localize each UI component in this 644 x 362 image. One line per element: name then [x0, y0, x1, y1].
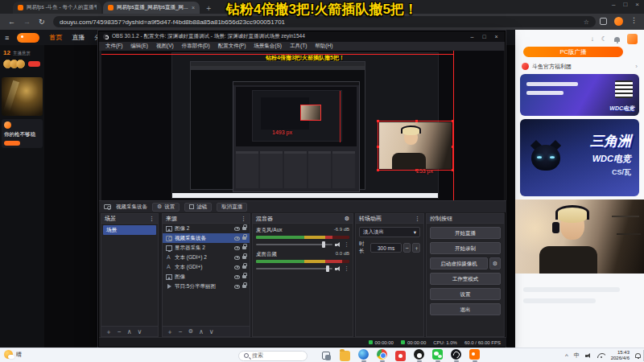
lock-icon[interactable] — [242, 237, 246, 240]
source-row[interactable]: 文本 (GDI+) 2 — [163, 253, 250, 262]
menu-view[interactable]: 视图(V) — [152, 43, 178, 50]
down-icon[interactable]: ∨ — [209, 328, 214, 335]
bookmark-star-icon[interactable]: ☆ — [584, 19, 589, 26]
window-close-icon[interactable]: × — [635, 1, 639, 8]
app-button-red[interactable] — [391, 348, 410, 362]
promo-card-art[interactable] — [2, 77, 43, 116]
plus-icon[interactable]: ＋ — [167, 327, 173, 336]
minus-icon[interactable]: − — [118, 328, 122, 335]
lock-icon[interactable] — [242, 275, 246, 278]
minus-icon[interactable]: − — [179, 328, 183, 335]
chrome-button[interactable] — [373, 348, 391, 362]
forward-icon[interactable]: → — [23, 18, 31, 26]
brand-panel-small[interactable]: WDC电竞 — [520, 74, 639, 116]
transition-select[interactable]: 淡入淡出 ▾ — [359, 227, 420, 237]
notification-bell-icon[interactable] — [635, 353, 641, 358]
duration-value[interactable]: 300 ms — [370, 243, 401, 253]
speaker-icon[interactable] — [335, 266, 341, 272]
window-minimize-icon[interactable]: – — [612, 1, 615, 8]
ime-indicator[interactable]: 中 — [574, 352, 580, 360]
webcam-video-window[interactable] — [515, 200, 644, 274]
down-icon[interactable]: ∨ — [138, 328, 142, 335]
channel-menu-icon[interactable]: ⋮ — [344, 241, 349, 248]
panel-menu-icon[interactable]: ⋮ — [149, 214, 155, 223]
mic-volume-slider[interactable] — [256, 244, 332, 245]
settings-button[interactable]: ⚙ 设置 — [152, 203, 180, 212]
window-maximize-icon[interactable]: □ — [623, 1, 627, 8]
eye-icon[interactable] — [234, 246, 240, 250]
browser-tab-active[interactable]: 网易fps直播_网易fps直播_网... × — [103, 2, 200, 14]
eye-icon[interactable] — [234, 275, 240, 279]
volume-icon[interactable] — [585, 353, 592, 359]
slider-knob[interactable] — [322, 241, 325, 248]
lock-icon[interactable] — [242, 265, 246, 269]
panel-menu-icon[interactable]: ⋮ — [241, 214, 246, 223]
studio-mode-button[interactable]: 工作室模式 — [430, 273, 501, 285]
menu-scene-collection[interactable]: 场景集合(S) — [250, 43, 286, 50]
tray-expand-icon[interactable]: ^ — [565, 352, 568, 360]
task-view-button[interactable] — [317, 348, 336, 362]
extensions-icon[interactable] — [600, 18, 607, 25]
new-tab-button[interactable]: ＋ — [204, 2, 213, 14]
minimize-icon[interactable]: – — [468, 34, 477, 39]
menu-profile[interactable]: 配置文件(P) — [214, 43, 250, 50]
channel-menu-icon[interactable]: ⋮ — [344, 265, 349, 272]
moon-icon[interactable]: ☾ — [601, 35, 607, 43]
nav-live[interactable]: 直播 — [72, 33, 85, 42]
close-icon[interactable]: × — [492, 34, 501, 39]
download-icon[interactable]: ↓ — [591, 35, 594, 43]
qq-button[interactable] — [410, 348, 428, 362]
bell-icon[interactable] — [614, 37, 620, 42]
gear-icon[interactable]: ⚙ — [345, 214, 349, 223]
file-explorer-button[interactable] — [336, 348, 354, 362]
taskbar-search[interactable]: 搜索 — [238, 351, 308, 361]
eye-icon[interactable] — [234, 256, 240, 260]
welfare-row[interactable]: 斗鱼官方福利团 › — [522, 61, 638, 72]
eye-icon[interactable] — [234, 237, 240, 241]
lock-icon[interactable] — [242, 285, 246, 288]
stream-card[interactable]: 你的枪不够稳 — [2, 119, 43, 148]
source-row[interactable]: 显示器采集 2 — [163, 243, 250, 253]
menu-file[interactable]: 文件(F) — [101, 43, 126, 50]
exit-button[interactable]: 退出 — [430, 303, 501, 315]
speaker-icon[interactable] — [335, 242, 341, 248]
duration-minus-button[interactable]: − — [403, 243, 411, 253]
douyu-logo[interactable] — [17, 33, 39, 43]
virtual-camera-gear-icon[interactable]: ⚙ — [489, 257, 501, 269]
browser-tab[interactable]: 网易fps -斗鱼 - 每个人的直播平台 — [13, 2, 101, 14]
up-icon[interactable]: ∧ — [127, 328, 132, 335]
pc-client-button[interactable]: PC版广播 — [523, 47, 623, 57]
panel-menu-icon[interactable]: ⋮ — [415, 214, 420, 223]
douyu-button[interactable] — [465, 348, 484, 362]
source-row-selected[interactable]: 视频采集设备 — [163, 233, 250, 243]
lock-icon[interactable] — [242, 246, 246, 249]
settings-button[interactable]: 设置 — [430, 288, 501, 300]
gear-icon[interactable]: ⚙ — [188, 328, 193, 335]
menu-edit[interactable]: 编辑(E) — [126, 43, 152, 50]
scene-item[interactable]: 场景 — [103, 225, 156, 235]
drag-handle[interactable] — [377, 169, 379, 171]
hamburger-icon[interactable]: ≡ — [5, 34, 9, 42]
menu-docks[interactable]: 停靠部件(D) — [178, 43, 214, 50]
source-row[interactable]: 图像 — [163, 272, 250, 282]
clock[interactable]: 15:43 2026/4/6 — [611, 350, 630, 361]
eye-icon[interactable] — [234, 265, 240, 269]
weather-widget[interactable]: 晴 — [4, 350, 22, 359]
plus-icon[interactable]: ＋ — [105, 327, 112, 336]
menu-help[interactable]: 帮助(H) — [311, 43, 336, 50]
nav-home[interactable]: 首页 — [49, 33, 62, 42]
tab-close-icon[interactable]: × — [192, 5, 195, 10]
cancel-stream-button[interactable]: 取消直播 — [217, 203, 247, 212]
rank-row[interactable]: 12 主播悬赏 — [0, 45, 44, 56]
drag-handle[interactable] — [415, 120, 418, 122]
duration-plus-button[interactable]: ＋ — [412, 243, 420, 253]
virtual-camera-button[interactable]: 启动虚拟摄像机 — [430, 257, 488, 269]
slider-knob[interactable] — [326, 265, 329, 272]
back-icon[interactable]: ← — [8, 18, 15, 26]
up-icon[interactable]: ∧ — [199, 328, 204, 335]
source-row[interactable]: 节目:5分半蒂丽图 — [163, 282, 250, 291]
eye-icon[interactable] — [234, 227, 240, 231]
obs-preview[interactable]: 钻粉4倍撤3把!火箭插队撤5把！ — [101, 51, 504, 200]
refresh-icon[interactable]: ↻ — [39, 18, 45, 26]
source-selection-rect[interactable] — [378, 121, 453, 171]
